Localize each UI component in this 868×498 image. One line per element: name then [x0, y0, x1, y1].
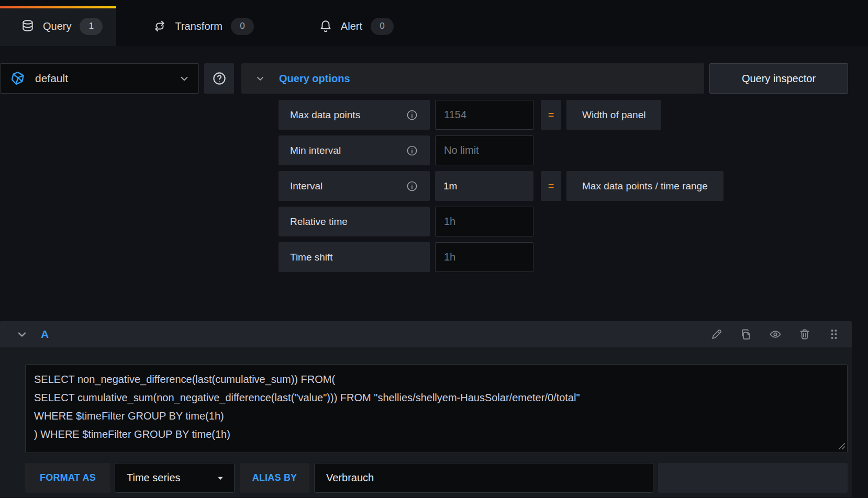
edit-query-button[interactable] — [710, 328, 723, 341]
tab-alert-count-badge: 0 — [371, 18, 394, 35]
chevron-down-icon — [179, 73, 190, 84]
influxdb-raw-query-textarea[interactable]: SELECT non_negative_difference(last(cumu… — [25, 364, 848, 453]
tab-transform[interactable]: Transform 0 — [138, 6, 268, 46]
query-row-a: A — [0, 321, 852, 497]
eye-icon — [769, 327, 782, 341]
query-editor-panel: Query 1 Transform 0 Alert 0 — [0, 0, 868, 497]
alias-by-label: ALIAS BY — [240, 463, 309, 493]
query-ref-id: A — [41, 328, 49, 341]
query-tab-content: default Query options Query in — [0, 46, 868, 497]
datasource-help-button[interactable] — [204, 63, 234, 94]
interval-description: Max data points / time range — [566, 171, 724, 201]
caret-down-icon — [216, 474, 225, 482]
drag-handle[interactable] — [828, 328, 840, 341]
tab-transform-count-badge: 0 — [231, 18, 254, 35]
query-options-label: Query options — [279, 73, 350, 85]
chevron-down-icon[interactable] — [16, 328, 28, 341]
tab-bar: Query 1 Transform 0 Alert 0 — [0, 0, 868, 46]
info-circle-icon[interactable] — [406, 180, 418, 193]
alias-by-input[interactable] — [314, 463, 653, 493]
delete-query-button[interactable] — [798, 328, 811, 341]
query-options-toggle[interactable]: Query options — [241, 63, 704, 94]
time-shift-row: Time shift — [279, 242, 868, 272]
transform-arrows-icon — [153, 19, 166, 33]
relative-time-label: Relative time — [279, 207, 430, 236]
equals-sign: = — [541, 100, 561, 130]
controls-filler-panel — [658, 463, 848, 493]
time-shift-label: Time shift — [279, 242, 430, 272]
min-interval-row: Min interval — [279, 135, 868, 165]
bell-icon — [319, 19, 332, 33]
toggle-visibility-button[interactable] — [769, 328, 782, 341]
tab-query-label: Query — [43, 20, 71, 32]
edit-pencil-icon — [710, 328, 723, 341]
datasource-picker[interactable]: default — [0, 63, 199, 94]
tab-query[interactable]: Query 1 — [0, 6, 116, 46]
chevron-down-icon — [255, 73, 265, 84]
drag-handle-icon — [828, 328, 840, 341]
trash-icon — [798, 328, 811, 341]
query-row-body: SELECT non_negative_difference(last(cumu… — [0, 347, 852, 497]
info-circle-icon[interactable] — [406, 144, 418, 157]
influxdb-logo-icon — [10, 71, 26, 86]
format-as-value: Time series — [127, 472, 181, 484]
interval-label: Interval — [279, 171, 430, 201]
resize-grip-icon[interactable] — [837, 442, 846, 450]
min-interval-label: Min interval — [279, 135, 430, 165]
duplicate-copy-icon — [740, 328, 752, 341]
query-options-form: Max data points = Width of panel Min int… — [279, 100, 868, 272]
min-interval-input[interactable] — [435, 135, 533, 165]
max-data-points-label: Max data points — [279, 100, 430, 130]
database-icon — [21, 19, 35, 33]
time-shift-input[interactable] — [435, 242, 533, 272]
relative-time-row: Relative time — [279, 207, 868, 236]
interval-row: Interval 1m = Max data points / time ran… — [279, 171, 868, 201]
tab-alert-label: Alert — [341, 20, 362, 32]
datasource-toolbar: default Query options Query in — [0, 63, 848, 94]
max-data-points-input[interactable] — [435, 100, 533, 130]
duplicate-query-button[interactable] — [740, 328, 752, 341]
format-as-select[interactable]: Time series — [115, 463, 235, 493]
tab-alert[interactable]: Alert 0 — [304, 6, 408, 46]
relative-time-input[interactable] — [435, 207, 533, 236]
max-data-points-description: Width of panel — [566, 100, 661, 130]
tab-transform-label: Transform — [175, 20, 222, 32]
tab-query-count-badge: 1 — [80, 18, 103, 35]
query-row-header: A — [0, 321, 852, 347]
equals-sign: = — [541, 171, 561, 201]
max-data-points-row: Max data points = Width of panel — [279, 100, 868, 130]
datasource-value: default — [35, 72, 68, 85]
info-circle-icon[interactable] — [406, 109, 418, 121]
question-circle-icon — [212, 71, 227, 86]
query-inspector-label: Query inspector — [742, 73, 816, 85]
format-as-label: FORMAT AS — [25, 463, 110, 493]
query-format-controls: FORMAT AS Time series ALIAS BY — [25, 463, 848, 493]
query-inspector-button[interactable]: Query inspector — [709, 63, 848, 94]
active-tab-accent-bar — [0, 6, 116, 8]
interval-value: 1m — [435, 171, 533, 201]
